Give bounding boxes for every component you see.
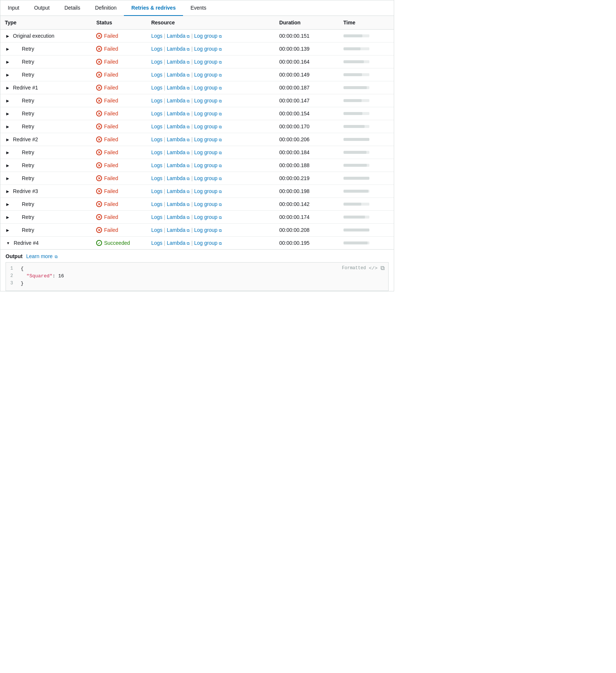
lambda-link[interactable]: Lambda ⧉ [167, 214, 190, 220]
separator: | [191, 111, 193, 116]
logs-link[interactable]: Logs [151, 162, 162, 168]
log-group-link[interactable]: Log group ⧉ [194, 201, 222, 207]
log-group-link[interactable]: Log group ⧉ [194, 136, 222, 142]
lambda-link[interactable]: Lambda ⧉ [167, 124, 190, 129]
log-group-link[interactable]: Log group ⧉ [194, 162, 222, 168]
log-group-link[interactable]: Log group ⧉ [194, 175, 222, 181]
expand-button[interactable]: ▶ [5, 98, 11, 104]
logs-link[interactable]: Logs [151, 124, 162, 129]
expand-button[interactable]: ▶ [5, 163, 11, 168]
log-group-link[interactable]: Log group ⧉ [194, 59, 222, 65]
logs-link[interactable]: Logs [151, 136, 162, 142]
lambda-link[interactable]: Lambda ⧉ [167, 227, 190, 233]
cell-resource: Logs | Lambda ⧉ | Log group ⧉ [147, 133, 275, 146]
log-group-ext-icon: ⧉ [219, 241, 222, 246]
lambda-link[interactable]: Lambda ⧉ [167, 98, 190, 104]
logs-link[interactable]: Logs [151, 175, 162, 181]
logs-link[interactable]: Logs [151, 85, 162, 91]
expand-button[interactable]: ▶ [5, 214, 11, 220]
time-bar-fill [343, 151, 366, 154]
logs-link[interactable]: Logs [151, 98, 162, 104]
table-row: ▶Retry✕Failed Logs | Lambda ⧉ | Log grou… [0, 211, 394, 224]
learn-more-link[interactable]: Learn more ⧉ [26, 253, 58, 259]
logs-link[interactable]: Logs [151, 227, 162, 233]
expand-button[interactable]: ▶ [5, 227, 11, 233]
log-group-link[interactable]: Log group ⧉ [194, 98, 222, 104]
lambda-link[interactable]: Lambda ⧉ [167, 46, 190, 52]
expand-button[interactable]: ▶ [5, 189, 11, 194]
expand-button[interactable]: ▶ [5, 150, 11, 155]
logs-link[interactable]: Logs [151, 59, 162, 65]
expand-button[interactable]: ▶ [5, 72, 11, 78]
lambda-link[interactable]: Lambda ⧉ [167, 149, 190, 155]
lambda-link[interactable]: Lambda ⧉ [167, 72, 190, 78]
lambda-link[interactable]: Lambda ⧉ [167, 201, 190, 207]
tab-retries[interactable]: Retries & redrives [124, 0, 183, 16]
lambda-link[interactable]: Lambda ⧉ [167, 175, 190, 181]
failed-icon: ✕ [96, 33, 102, 39]
time-bar [343, 216, 369, 219]
log-group-link[interactable]: Log group ⧉ [194, 214, 222, 220]
expand-button[interactable]: ▶ [5, 85, 11, 91]
tab-output[interactable]: Output [27, 0, 57, 16]
failed-icon: ✕ [96, 201, 102, 207]
logs-link[interactable]: Logs [151, 188, 162, 194]
log-group-link[interactable]: Log group ⧉ [194, 227, 222, 233]
copy-button[interactable]: ⧉ [380, 265, 385, 271]
failed-icon: ✕ [96, 136, 102, 142]
log-group-link[interactable]: Log group ⧉ [194, 72, 222, 78]
expand-button[interactable]: ▼ [5, 240, 11, 246]
logs-link[interactable]: Logs [151, 72, 162, 78]
status-label: Succeeded [104, 240, 130, 246]
log-group-link[interactable]: Log group ⧉ [194, 85, 222, 91]
expand-button[interactable]: ▶ [5, 59, 11, 65]
tab-definition[interactable]: Definition [88, 0, 124, 16]
table-row: ▶Retry✕Failed Logs | Lambda ⧉ | Log grou… [0, 172, 394, 185]
separator: | [164, 72, 165, 78]
status-label: Failed [104, 111, 118, 116]
expand-button[interactable]: ▶ [5, 33, 11, 39]
cell-status: ✕Failed [92, 211, 146, 224]
tab-events[interactable]: Events [183, 0, 214, 16]
time-bar [343, 73, 369, 76]
log-group-link[interactable]: Log group ⧉ [194, 124, 222, 129]
log-group-link[interactable]: Log group ⧉ [194, 46, 222, 52]
log-group-ext-icon: ⧉ [219, 215, 222, 220]
expand-button[interactable]: ▶ [5, 124, 11, 129]
logs-link[interactable]: Logs [151, 149, 162, 155]
tab-details[interactable]: Details [57, 0, 88, 16]
logs-link[interactable]: Logs [151, 201, 162, 207]
lambda-link[interactable]: Lambda ⧉ [167, 188, 190, 194]
expand-button[interactable]: ▶ [5, 137, 11, 142]
logs-link[interactable]: Logs [151, 33, 162, 39]
lambda-link[interactable]: Lambda ⧉ [167, 162, 190, 168]
tab-input[interactable]: Input [0, 0, 27, 16]
expand-button[interactable]: ▶ [5, 111, 11, 116]
lambda-link[interactable]: Lambda ⧉ [167, 85, 190, 91]
lambda-link[interactable]: Lambda ⧉ [167, 240, 190, 246]
output-label: Output [6, 253, 23, 259]
log-group-link[interactable]: Log group ⧉ [194, 33, 222, 39]
line-num-1: 1 [10, 266, 21, 271]
cell-status: ✓Succeeded [92, 237, 146, 250]
cell-status: ✕Failed [92, 94, 146, 107]
expand-button[interactable]: ▶ [5, 202, 11, 207]
cell-duration: 00:00:00.174 [275, 211, 339, 224]
expand-button[interactable]: ▶ [5, 46, 11, 52]
expand-button[interactable]: ▶ [5, 176, 11, 181]
log-group-link[interactable]: Log group ⧉ [194, 111, 222, 116]
lambda-link[interactable]: Lambda ⧉ [167, 136, 190, 142]
logs-link[interactable]: Logs [151, 111, 162, 116]
logs-link[interactable]: Logs [151, 214, 162, 220]
logs-link[interactable]: Logs [151, 240, 162, 246]
cell-status: ✕Failed [92, 146, 146, 159]
lambda-link[interactable]: Lambda ⧉ [167, 33, 190, 39]
log-group-link[interactable]: Log group ⧉ [194, 149, 222, 155]
time-bar-fill [343, 34, 362, 37]
lambda-link[interactable]: Lambda ⧉ [167, 111, 190, 116]
log-group-link[interactable]: Log group ⧉ [194, 240, 222, 246]
col-header-status: Status [92, 16, 146, 30]
lambda-link[interactable]: Lambda ⧉ [167, 59, 190, 65]
logs-link[interactable]: Logs [151, 46, 162, 52]
log-group-link[interactable]: Log group ⧉ [194, 188, 222, 194]
